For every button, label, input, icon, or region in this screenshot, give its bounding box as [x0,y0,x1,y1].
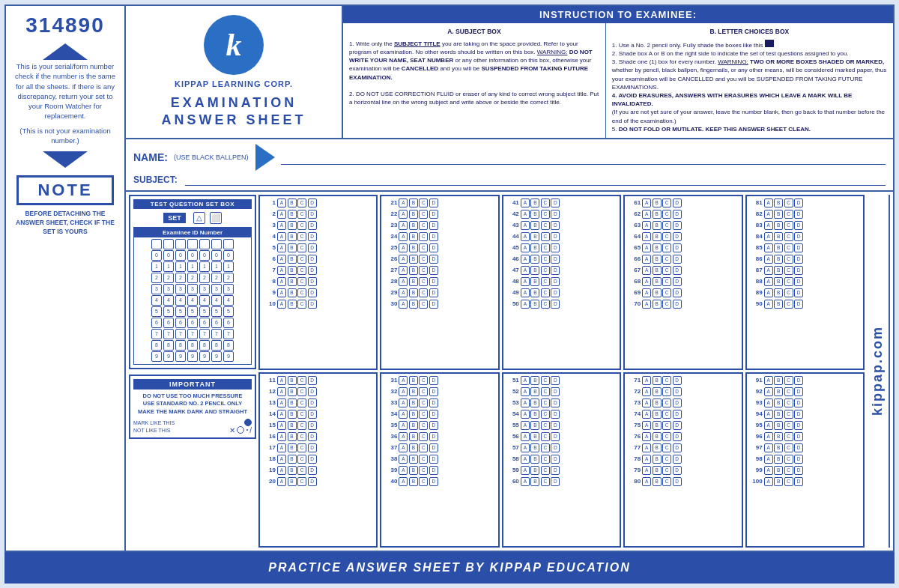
answer-bubble-b[interactable]: B [653,477,662,486]
answer-bubble-b[interactable]: B [774,255,783,264]
answer-bubble-a[interactable]: A [764,477,773,486]
answer-bubble-c[interactable]: C [662,398,671,407]
answer-bubble-b[interactable]: B [530,410,539,419]
answer-bubble-c[interactable]: C [662,432,671,441]
answer-bubble-c[interactable]: C [419,210,428,219]
answer-bubble-a[interactable]: A [277,243,286,252]
answer-bubble-b[interactable]: B [653,421,662,430]
answer-bubble-b[interactable]: B [288,398,297,407]
eid-bubble[interactable]: 4 [175,295,186,306]
answer-bubble-d[interactable]: D [551,443,560,452]
answer-bubble-b[interactable]: B [288,198,297,207]
answer-bubble-b[interactable]: B [530,232,539,241]
answer-bubble-d[interactable]: D [308,243,317,252]
answer-bubble-d[interactable]: D [551,421,560,430]
answer-bubble-d[interactable]: D [794,288,803,297]
eid-bubble[interactable]: 2 [223,273,234,283]
answer-bubble-c[interactable]: C [297,421,306,430]
answer-bubble-b[interactable]: B [530,477,539,486]
eid-bubble[interactable]: 7 [187,329,198,339]
eid-bubble[interactable]: 6 [163,318,174,328]
eid-bubble[interactable]: 7 [163,329,174,339]
answer-bubble-c[interactable]: C [784,477,793,486]
answer-bubble-c[interactable]: C [297,288,306,297]
answer-bubble-a[interactable]: A [521,288,530,297]
answer-bubble-a[interactable]: A [521,210,530,219]
answer-bubble-c[interactable]: C [662,443,671,452]
answer-bubble-b[interactable]: B [530,443,539,452]
eid-bubble[interactable]: 8 [211,340,222,351]
answer-bubble-c[interactable]: C [784,398,793,407]
answer-bubble-b[interactable]: B [288,255,297,264]
answer-bubble-b[interactable]: B [653,243,662,252]
eid-bubble[interactable]: 3 [199,284,210,294]
answer-bubble-c[interactable]: C [419,421,428,430]
answer-bubble-c[interactable]: C [419,221,428,230]
answer-bubble-d[interactable]: D [551,410,560,419]
answer-bubble-b[interactable]: B [774,466,783,475]
eid-bubble[interactable]: 5 [199,306,210,317]
answer-bubble-d[interactable]: D [308,210,317,219]
answer-bubble-a[interactable]: A [277,288,286,297]
answer-bubble-b[interactable]: B [653,232,662,241]
answer-bubble-c[interactable]: C [784,300,793,309]
eid-bubble[interactable]: 0 [199,250,210,261]
answer-bubble-a[interactable]: A [764,288,773,297]
answer-bubble-c[interactable]: C [297,455,306,464]
answer-bubble-d[interactable]: D [673,210,682,219]
answer-bubble-c[interactable]: C [662,376,671,385]
answer-bubble-d[interactable]: D [429,376,438,385]
answer-bubble-d[interactable]: D [794,410,803,419]
answer-bubble-d[interactable]: D [551,466,560,475]
answer-bubble-b[interactable]: B [653,410,662,419]
answer-bubble-d[interactable]: D [308,221,317,230]
answer-bubble-c[interactable]: C [541,421,550,430]
eid-bubble[interactable]: 1 [223,261,234,272]
answer-bubble-a[interactable]: A [399,387,408,396]
answer-bubble-d[interactable]: D [673,376,682,385]
answer-bubble-b[interactable]: B [774,243,783,252]
answer-bubble-b[interactable]: B [653,288,662,297]
answer-bubble-c[interactable]: C [541,387,550,396]
answer-bubble-b[interactable]: B [409,277,418,286]
answer-bubble-a[interactable]: A [277,221,286,230]
answer-bubble-d[interactable]: D [551,300,560,309]
answer-bubble-a[interactable]: A [764,198,773,207]
answer-bubble-d[interactable]: D [794,277,803,286]
answer-bubble-b[interactable]: B [774,387,783,396]
answer-bubble-c[interactable]: C [662,300,671,309]
answer-bubble-c[interactable]: C [784,466,793,475]
answer-bubble-b[interactable]: B [409,300,418,309]
answer-bubble-a[interactable]: A [277,455,286,464]
eid-bubble[interactable]: 3 [211,284,222,294]
answer-bubble-d[interactable]: D [794,455,803,464]
eid-bubble[interactable]: 4 [199,295,210,306]
answer-bubble-a[interactable]: A [642,266,651,275]
answer-bubble-a[interactable]: A [399,455,408,464]
answer-bubble-d[interactable]: D [551,432,560,441]
answer-bubble-d[interactable]: D [794,421,803,430]
answer-bubble-c[interactable]: C [419,432,428,441]
answer-bubble-a[interactable]: A [642,443,651,452]
answer-bubble-b[interactable]: B [409,198,418,207]
eid-write-cell[interactable] [187,239,198,249]
eid-bubble[interactable]: 8 [175,340,186,351]
answer-bubble-b[interactable]: B [409,477,418,486]
eid-bubble[interactable]: 0 [151,250,162,261]
answer-bubble-b[interactable]: B [774,455,783,464]
answer-bubble-c[interactable]: C [419,398,428,407]
eid-bubble[interactable]: 9 [187,351,198,362]
eid-write-cell[interactable] [223,239,234,249]
answer-bubble-b[interactable]: B [409,432,418,441]
answer-bubble-d[interactable]: D [429,410,438,419]
answer-bubble-a[interactable]: A [399,432,408,441]
eid-bubble[interactable]: 8 [163,340,174,351]
answer-bubble-b[interactable]: B [653,398,662,407]
answer-bubble-b[interactable]: B [409,266,418,275]
answer-bubble-d[interactable]: D [429,455,438,464]
eid-write-cell[interactable] [151,239,162,249]
eid-write-cell[interactable] [163,239,174,249]
answer-bubble-d[interactable]: D [794,300,803,309]
answer-bubble-c[interactable]: C [419,477,428,486]
answer-bubble-a[interactable]: A [764,221,773,230]
